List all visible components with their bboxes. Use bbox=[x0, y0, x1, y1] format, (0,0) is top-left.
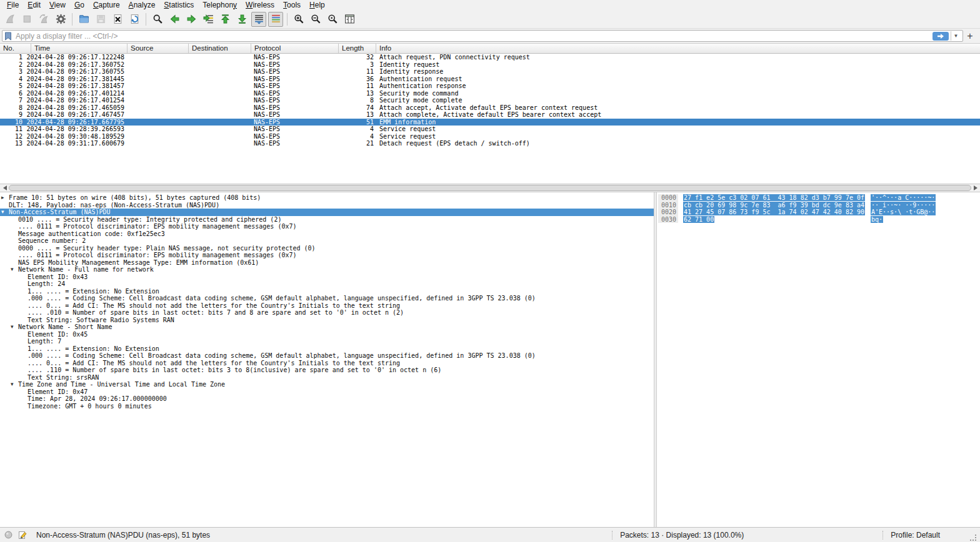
detail-row[interactable]: 0010 .... = Security header type: Integr… bbox=[0, 216, 654, 224]
resize-grip[interactable] bbox=[970, 535, 976, 541]
expert-info-icon[interactable] bbox=[4, 531, 12, 540]
packet-row[interactable]: 32024-04-28 09:26:17.360755NAS-EPS11Iden… bbox=[0, 68, 980, 76]
packet-row[interactable]: 12024-04-28 09:26:17.122248NAS-EPS32Atta… bbox=[0, 54, 980, 61]
hex-bytes[interactable]: cb cb 20 69 98 9c 7e 83 a6 f9 39 bd dc 9… bbox=[683, 202, 871, 209]
detail-row[interactable]: ▾Network Name - Short Name bbox=[0, 323, 654, 331]
hex-ascii[interactable]: A'E··s·\ ·t·GB@·· bbox=[871, 209, 980, 216]
menu-telephony[interactable]: Telephony bbox=[198, 1, 241, 10]
detail-row[interactable]: Element ID: 0x43 bbox=[0, 273, 654, 281]
detail-row[interactable]: Length: 24 bbox=[0, 280, 654, 288]
zoom-out-button[interactable] bbox=[308, 12, 323, 27]
hex-ascii[interactable]: '··^···a C·····~· bbox=[871, 194, 980, 202]
column-header-no[interactable]: No. bbox=[0, 44, 31, 53]
collapse-arrow-icon[interactable]: ▾ bbox=[1, 209, 4, 216]
detail-row[interactable]: NAS EPS Mobility Management Message Type… bbox=[0, 259, 654, 267]
detail-row[interactable]: Text String: srsRAN bbox=[0, 374, 654, 382]
detail-row[interactable]: .... 0... = Add CI: The MS should not ad… bbox=[0, 360, 654, 367]
packet-row[interactable]: 72024-04-28 09:26:17.401254NAS-EPS8Secur… bbox=[0, 97, 980, 104]
packet-row[interactable]: 92024-04-28 09:26:17.467457NAS-EPS13Atta… bbox=[0, 111, 980, 119]
menu-go[interactable]: Go bbox=[70, 1, 89, 10]
hex-bytes[interactable]: 62 71 00 bbox=[683, 216, 871, 224]
detail-row[interactable]: Element ID: 0x47 bbox=[0, 388, 654, 396]
detail-row[interactable]: .... 0111 = Protocol discriminator: EPS … bbox=[0, 223, 654, 230]
stop-capture-button[interactable] bbox=[19, 12, 34, 27]
column-header-length[interactable]: Length bbox=[339, 44, 376, 53]
auto-scroll-button[interactable] bbox=[251, 12, 266, 27]
detail-row[interactable]: 0000 .... = Security header type: Plain … bbox=[0, 245, 654, 252]
open-file-button[interactable] bbox=[76, 12, 91, 27]
detail-row[interactable]: 1... .... = Extension: No Extension bbox=[0, 288, 654, 295]
detail-row[interactable]: ▸Frame 10: 51 bytes on wire (408 bits), … bbox=[0, 194, 654, 202]
scroll-left-arrow[interactable] bbox=[1, 184, 9, 192]
go-last-button[interactable] bbox=[234, 12, 249, 27]
zoom-in-button[interactable] bbox=[291, 12, 306, 27]
detail-row[interactable]: .... .110 = Number of spare bits in last… bbox=[0, 367, 654, 374]
close-file-button[interactable] bbox=[110, 12, 125, 27]
packet-row[interactable]: 82024-04-28 09:26:17.465059NAS-EPS74Atta… bbox=[0, 104, 980, 112]
menu-analyze[interactable]: Analyze bbox=[124, 1, 160, 10]
menu-statistics[interactable]: Statistics bbox=[159, 1, 198, 10]
zoom-original-button[interactable] bbox=[325, 12, 340, 27]
go-to-packet-button[interactable] bbox=[201, 12, 216, 27]
detail-row[interactable]: Element ID: 0x45 bbox=[0, 331, 654, 338]
packet-row[interactable]: 52024-04-28 09:26:17.381457NAS-EPS11Auth… bbox=[0, 82, 980, 90]
hex-row[interactable]: 0010cb cb 20 69 98 9c 7e 83 a6 f9 39 bd … bbox=[657, 202, 980, 209]
hex-row[interactable]: 000027 f1 e2 5e c3 02 07 61 43 18 82 d3 … bbox=[657, 194, 980, 202]
collapse-arrow-icon[interactable]: ▾ bbox=[11, 266, 14, 273]
scroll-right-arrow[interactable] bbox=[971, 184, 979, 192]
menu-view[interactable]: View bbox=[45, 1, 70, 10]
go-forward-button[interactable] bbox=[184, 12, 199, 27]
detail-row[interactable]: Timezone: GMT + 0 hours 0 minutes bbox=[0, 403, 654, 410]
menu-help[interactable]: Help bbox=[305, 1, 329, 10]
expand-arrow-icon[interactable]: ▸ bbox=[1, 194, 4, 202]
horizontal-scrollbar[interactable] bbox=[0, 184, 980, 192]
detail-row[interactable]: Length: 7 bbox=[0, 338, 654, 345]
menu-wireless[interactable]: Wireless bbox=[241, 1, 279, 10]
status-profile[interactable]: Profile: Default bbox=[882, 531, 940, 540]
menu-capture[interactable]: Capture bbox=[89, 1, 124, 10]
capture-options-button[interactable] bbox=[53, 12, 68, 27]
hex-bytes[interactable]: 27 f1 e2 5e c3 02 07 61 43 18 82 d3 b7 9… bbox=[683, 194, 871, 202]
hex-bytes[interactable]: 41 27 45 07 86 73 f9 5c 1a 74 02 47 42 4… bbox=[683, 209, 871, 216]
find-packet-button[interactable] bbox=[150, 12, 165, 27]
menu-tools[interactable]: Tools bbox=[279, 1, 305, 10]
detail-row[interactable]: .... .010 = Number of spare bits in last… bbox=[0, 309, 654, 317]
menu-file[interactable]: File bbox=[2, 1, 23, 10]
packet-row[interactable]: 112024-04-28 09:28:39.266593NAS-EPS4Serv… bbox=[0, 126, 980, 133]
detail-row[interactable]: ▾Non-Access-Stratum (NAS)PDU bbox=[0, 209, 654, 216]
packet-row[interactable]: 22024-04-28 09:26:17.360752NAS-EPS3Ident… bbox=[0, 61, 980, 69]
hex-ascii[interactable]: bq· bbox=[871, 216, 980, 224]
packet-row[interactable]: 42024-04-28 09:26:17.381445NAS-EPS36Auth… bbox=[0, 76, 980, 83]
packet-row[interactable]: 122024-04-28 09:30:48.189529NAS-EPS4Serv… bbox=[0, 133, 980, 140]
add-filter-button[interactable]: + bbox=[963, 30, 977, 42]
detail-row[interactable]: Text String: Software Radio Systems RAN bbox=[0, 317, 654, 324]
hex-ascii[interactable]: ·· i··~· ··9····· bbox=[871, 202, 980, 209]
packet-row[interactable]: 132024-04-28 09:31:17.600679NAS-EPS21Det… bbox=[0, 140, 980, 147]
go-first-button[interactable] bbox=[218, 12, 232, 27]
column-header-protocol[interactable]: Protocol bbox=[251, 44, 339, 53]
collapse-arrow-icon[interactable]: ▾ bbox=[11, 323, 14, 331]
capture-comment-icon[interactable] bbox=[18, 531, 27, 540]
scrollbar-thumb[interactable] bbox=[9, 185, 971, 191]
bookmark-icon[interactable] bbox=[4, 31, 13, 41]
filter-dropdown-caret[interactable]: ▼ bbox=[951, 31, 961, 41]
hex-row[interactable]: 003062 71 00bq· bbox=[657, 216, 980, 224]
packet-row[interactable]: 102024-04-28 09:26:17.667795NAS-EPS51EMM… bbox=[0, 119, 980, 126]
display-filter-input[interactable] bbox=[13, 32, 932, 41]
column-header-time[interactable]: Time bbox=[31, 44, 128, 53]
apply-filter-button[interactable] bbox=[932, 32, 949, 41]
detail-row[interactable]: .000 .... = Coding Scheme: Cell Broadcas… bbox=[0, 295, 654, 302]
detail-row[interactable]: .... 0... = Add CI: The MS should not ad… bbox=[0, 302, 654, 310]
collapse-arrow-icon[interactable]: ▾ bbox=[11, 381, 14, 388]
display-filter-field[interactable]: ▼ bbox=[2, 30, 963, 42]
detail-row[interactable]: DLT: 148, Payload: nas-eps (Non-Access-S… bbox=[0, 202, 654, 209]
start-capture-button[interactable] bbox=[2, 12, 18, 27]
menu-edit[interactable]: Edit bbox=[23, 1, 45, 10]
column-header-destination[interactable]: Destination bbox=[189, 44, 251, 53]
detail-row[interactable]: Message authentication code: 0xf1e25ec3 bbox=[0, 230, 654, 238]
detail-row[interactable]: Time: Apr 28, 2024 09:26:17.000000000 bbox=[0, 395, 654, 403]
column-header-info[interactable]: Info bbox=[376, 44, 980, 53]
resize-columns-button[interactable] bbox=[342, 12, 357, 27]
reload-file-button[interactable] bbox=[127, 12, 142, 27]
packet-row[interactable]: 62024-04-28 09:26:17.401214NAS-EPS13Secu… bbox=[0, 90, 980, 97]
